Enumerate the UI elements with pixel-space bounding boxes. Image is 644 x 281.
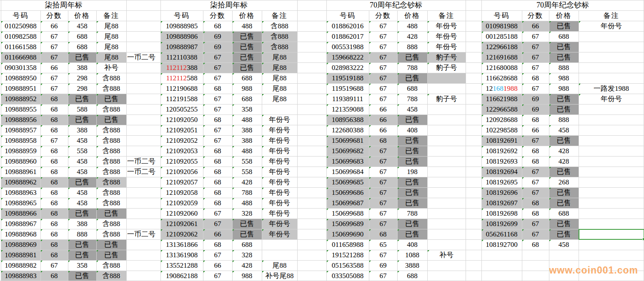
score-cell[interactable]: 68 bbox=[369, 135, 397, 146]
score-cell[interactable]: 67 bbox=[369, 167, 397, 177]
remark-cell[interactable]: 含888 bbox=[96, 219, 126, 229]
remark-cell[interactable]: 尾88 bbox=[96, 52, 126, 62]
number-cell[interactable]: 116621988 bbox=[481, 94, 522, 104]
remark-cell[interactable]: 年份号 bbox=[262, 208, 297, 219]
number-cell[interactable]: 112112388 bbox=[160, 62, 203, 73]
score-cell[interactable]: 67 bbox=[522, 167, 549, 177]
price-cell[interactable]: 988 bbox=[549, 83, 579, 94]
note-cell[interactable]: 一币二号 bbox=[126, 229, 160, 239]
number-cell[interactable]: 131361908 bbox=[160, 250, 203, 260]
score-cell[interactable]: 68 bbox=[522, 198, 549, 208]
remark-cell[interactable]: 豹子号 bbox=[427, 94, 466, 104]
price-cell[interactable]: 688 bbox=[68, 42, 96, 52]
number-cell[interactable]: 108192694 bbox=[481, 167, 522, 177]
column-header-price[interactable]: 价格 bbox=[68, 10, 96, 21]
number-cell[interactable]: 112191588 bbox=[160, 94, 203, 104]
score-cell[interactable]: 68 bbox=[522, 208, 549, 219]
number-cell[interactable]: 150699687 bbox=[326, 198, 369, 208]
number-cell[interactable]: 018862017 bbox=[326, 31, 369, 42]
price-cell[interactable]: 已售 bbox=[397, 198, 427, 208]
price-cell[interactable]: 已售 bbox=[397, 52, 427, 62]
number-cell[interactable]: 191521288 bbox=[326, 250, 369, 260]
number-cell[interactable]: 028983222 bbox=[326, 62, 369, 73]
score-cell[interactable]: 68 bbox=[40, 271, 68, 281]
number-cell[interactable]: 116628688 bbox=[481, 73, 522, 83]
column-header-price[interactable]: 价格 bbox=[549, 10, 579, 21]
price-cell[interactable]: 已售 bbox=[232, 219, 262, 229]
active-cell-border[interactable] bbox=[579, 229, 644, 240]
number-cell[interactable]: 109888957 bbox=[1, 125, 40, 135]
remark-cell[interactable]: 含888 bbox=[96, 73, 126, 83]
score-cell[interactable]: 68 bbox=[203, 146, 232, 156]
number-cell[interactable]: 011658988 bbox=[326, 239, 369, 250]
price-cell[interactable]: 888 bbox=[549, 114, 579, 125]
remark-cell[interactable]: 尾88 bbox=[262, 260, 297, 271]
score-cell[interactable]: 68 bbox=[522, 114, 549, 125]
score-cell[interactable]: 68 bbox=[40, 229, 68, 239]
price-cell[interactable]: 428 bbox=[232, 260, 262, 271]
remark-cell[interactable]: 补号 bbox=[96, 62, 126, 73]
score-cell[interactable]: 67 bbox=[203, 125, 232, 135]
score-cell[interactable]: 67 bbox=[369, 187, 397, 198]
score-cell[interactable]: 68 bbox=[40, 198, 68, 208]
score-cell[interactable]: 67 bbox=[369, 42, 397, 52]
score-cell[interactable]: 67 bbox=[369, 52, 397, 62]
number-cell[interactable]: 011666988 bbox=[1, 52, 40, 62]
number-cell[interactable]: 121092051 bbox=[160, 125, 203, 135]
column-header-price[interactable]: 价格 bbox=[232, 10, 262, 21]
price-cell[interactable]: 408 bbox=[397, 125, 427, 135]
number-cell[interactable]: 121092057 bbox=[160, 177, 203, 187]
number-cell[interactable]: 005531988 bbox=[326, 42, 369, 52]
price-cell[interactable]: 458 bbox=[549, 125, 579, 135]
number-cell[interactable]: 121092055 bbox=[160, 156, 203, 167]
group-title[interactable]: 柒拾周年标 bbox=[160, 0, 297, 10]
number-cell[interactable]: 122966188 bbox=[481, 42, 522, 52]
price-cell[interactable]: 已售 bbox=[397, 229, 427, 239]
remark-cell[interactable]: 含888 bbox=[96, 156, 126, 167]
score-cell[interactable]: 68 bbox=[369, 229, 397, 239]
number-cell[interactable]: 108192697 bbox=[481, 198, 522, 208]
price-cell[interactable]: 388 bbox=[68, 62, 96, 73]
score-cell[interactable]: 66 bbox=[522, 21, 549, 31]
number-cell[interactable]: 150699686 bbox=[326, 187, 369, 198]
remark-cell[interactable]: 含888 bbox=[262, 42, 297, 52]
number-cell[interactable]: 121092052 bbox=[160, 135, 203, 146]
remark-cell[interactable]: 年份号 bbox=[262, 146, 297, 156]
score-cell[interactable]: 68 bbox=[40, 125, 68, 135]
score-cell[interactable]: 67 bbox=[203, 135, 232, 146]
score-cell[interactable]: 67 bbox=[369, 21, 397, 31]
number-cell[interactable]: 102298588 bbox=[481, 125, 522, 135]
remark-cell[interactable]: 含888 bbox=[96, 146, 126, 156]
number-cell[interactable]: 190862188 bbox=[160, 271, 203, 281]
column-header-number[interactable]: 号码 bbox=[1, 10, 40, 21]
number-cell[interactable]: 159668222 bbox=[326, 52, 369, 62]
price-cell[interactable]: 已售 bbox=[549, 135, 579, 146]
price-cell[interactable]: 388 bbox=[68, 219, 96, 229]
score-cell[interactable]: 67 bbox=[369, 271, 397, 281]
score-cell[interactable]: 67 bbox=[522, 31, 549, 42]
price-cell[interactable]: 688 bbox=[549, 31, 579, 42]
remark-cell[interactable]: 含888 bbox=[96, 229, 126, 239]
price-cell[interactable]: 428 bbox=[549, 146, 579, 156]
remark-cell[interactable]: 含888 bbox=[96, 271, 126, 281]
price-cell[interactable]: 已售 bbox=[68, 250, 96, 260]
number-cell[interactable]: 001285188 bbox=[481, 31, 522, 42]
score-cell[interactable]: 67 bbox=[203, 219, 232, 229]
score-cell[interactable]: 68 bbox=[40, 250, 68, 260]
note-cell[interactable]: 一币二号 bbox=[126, 52, 160, 62]
price-cell[interactable]: 已售 bbox=[68, 94, 96, 104]
number-cell[interactable]: 109888960 bbox=[1, 156, 40, 167]
number-cell[interactable]: 011661588 bbox=[1, 42, 40, 52]
number-cell[interactable]: 108192691 bbox=[481, 135, 522, 146]
number-cell[interactable]: 109888952 bbox=[1, 94, 40, 104]
number-cell[interactable]: 108192692 bbox=[481, 146, 522, 156]
number-cell[interactable]: 109888968 bbox=[1, 229, 40, 239]
remark-cell[interactable]: 含888 bbox=[96, 125, 126, 135]
number-cell[interactable]: 121092053 bbox=[160, 146, 203, 156]
remark-cell[interactable]: 尾88 bbox=[262, 94, 297, 104]
number-cell[interactable]: 109888983 bbox=[1, 271, 40, 281]
number-cell[interactable]: 120505255 bbox=[160, 104, 203, 114]
score-cell[interactable]: 67 bbox=[203, 73, 232, 83]
number-cell[interactable]: 121092056 bbox=[160, 167, 203, 177]
score-cell[interactable]: 67 bbox=[522, 62, 549, 73]
